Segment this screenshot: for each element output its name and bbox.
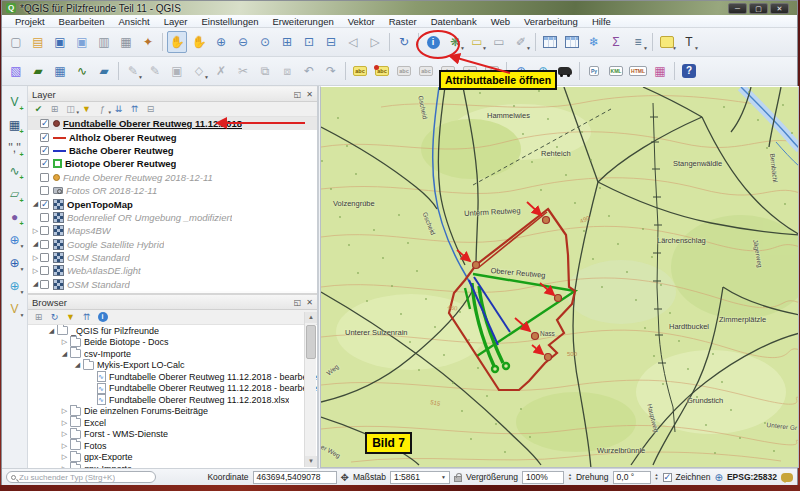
add-raster-button[interactable]: ▦+: [5, 114, 25, 136]
scale-combobox[interactable]: 1:5861▼: [390, 471, 450, 484]
crs-globe-icon[interactable]: ⊕: [715, 472, 723, 483]
project-new-button[interactable]: ▢: [6, 31, 26, 53]
layer-checkbox[interactable]: [40, 240, 49, 249]
new-shapefile-layer-button[interactable]: ∿: [72, 60, 92, 82]
layer-row[interactable]: ◢Google Satellite Hybrid: [28, 238, 317, 251]
browser-scrollbar[interactable]: ▲ ▼: [304, 312, 316, 467]
layers-panel-header[interactable]: Layer ◱ ✕: [28, 87, 317, 102]
current-edits-button[interactable]: ✎▼: [123, 60, 143, 82]
float-panel-icon[interactable]: ◱: [294, 90, 302, 99]
scale-lock-icon[interactable]: [454, 476, 462, 482]
menu-raster[interactable]: Raster: [382, 16, 424, 27]
menu-vektor[interactable]: Vektor: [341, 16, 382, 27]
project-save-button[interactable]: ▣: [50, 31, 70, 53]
add-oracle-layer-button[interactable]: ⊕▼: [5, 252, 25, 274]
browser-row[interactable]: ▷Excel: [28, 417, 317, 429]
style-manager-button[interactable]: ✦: [138, 31, 158, 53]
collapse-browser-button[interactable]: ⇈: [79, 311, 94, 324]
pan-map-button[interactable]: ✋: [167, 31, 187, 53]
layer-checkbox[interactable]: [40, 119, 49, 128]
scroll-down-icon[interactable]: ▼: [305, 456, 317, 467]
python-console-button[interactable]: Py: [584, 60, 604, 82]
expander-icon[interactable]: ◢: [31, 280, 40, 288]
filter-browser-button[interactable]: ▼: [63, 311, 78, 324]
label-tool-4-button[interactable]: abc: [416, 60, 436, 82]
layer-row[interactable]: Biotope Oberer Reutweg: [28, 157, 317, 170]
render-checkbox[interactable]: [663, 473, 672, 482]
spin-arrows-icon[interactable]: ▲▼: [655, 473, 659, 481]
new-geopackage-layer-button[interactable]: ▰: [94, 60, 114, 82]
label-tool-3-button[interactable]: abc: [394, 60, 414, 82]
save-layer-edits-button[interactable]: ▣: [167, 60, 187, 82]
add-selected-layers-button[interactable]: ⊞: [31, 311, 46, 324]
expander-icon[interactable]: ◢: [47, 327, 56, 335]
remove-layer-button[interactable]: ⊟: [143, 103, 158, 116]
menu-verarbeitung[interactable]: Verarbeitung: [517, 16, 585, 27]
locator-search-input[interactable]: Zu suchender Typ (Strg+K): [6, 471, 156, 483]
rotation-spinbox[interactable]: 0,0 °: [613, 471, 651, 484]
zoom-next-button[interactable]: ▷: [365, 31, 385, 53]
html-tools-button[interactable]: HTML: [628, 60, 648, 82]
add-spline-button[interactable]: ∿+: [5, 160, 25, 182]
map-tips-button[interactable]: ▼: [657, 31, 677, 53]
grid-tools-button[interactable]: ▦: [650, 60, 670, 82]
magnifier-spinbox[interactable]: 100%: [522, 471, 564, 484]
new-print-layout-button[interactable]: ▥: [94, 31, 114, 53]
layer-checkbox[interactable]: [40, 266, 49, 275]
layer-row[interactable]: ◢OpenTopoMap: [28, 197, 317, 210]
browser-row[interactable]: Fundtabelle Oberer Reutweg 11.12.2018 - …: [28, 383, 317, 395]
crs-status[interactable]: EPSG:25832: [727, 472, 777, 482]
attributes-list-button[interactable]: ≡▼: [628, 31, 648, 53]
measure-button[interactable]: ✐▼: [511, 31, 531, 53]
layer-checkbox[interactable]: [40, 200, 49, 209]
title-bar[interactable]: Q *QGIS für Pilzfreunde Teil 11 - QGIS ─…: [2, 1, 797, 15]
open-attribute-table-button[interactable]: [540, 31, 560, 53]
redo-button[interactable]: ↷: [321, 60, 341, 82]
layer-checkbox[interactable]: [40, 133, 49, 142]
extent-toggle-icon[interactable]: ✥: [341, 472, 349, 483]
zoom-in-button[interactable]: ⊕: [211, 31, 231, 53]
layer-checkbox[interactable]: [40, 253, 49, 262]
layer-checkbox[interactable]: [40, 213, 49, 222]
menu-bearbeiten[interactable]: Bearbeiten: [52, 16, 112, 27]
expander-icon[interactable]: ▷: [31, 254, 40, 262]
filter-expression-button[interactable]: ƒ▼: [95, 103, 110, 116]
menu-hilfe[interactable]: Hilfe: [585, 16, 618, 27]
layer-row[interactable]: ▷OSM Standard: [28, 251, 317, 264]
menu-datenbank[interactable]: Datenbank: [424, 16, 484, 27]
project-save-as-button[interactable]: ▣: [72, 31, 92, 53]
manage-themes-button[interactable]: ◫▼: [63, 103, 78, 116]
data-source-manager-button[interactable]: ▧: [6, 60, 26, 82]
expander-icon[interactable]: ◢: [31, 240, 40, 248]
copy-features-button[interactable]: ⧉: [255, 60, 275, 82]
refresh-browser-button[interactable]: ↻: [47, 311, 62, 324]
layer-checkbox[interactable]: [40, 146, 49, 155]
zoom-out-button[interactable]: ⊖: [233, 31, 253, 53]
browser-properties-button[interactable]: i: [95, 311, 110, 324]
maximize-button[interactable]: ▢: [749, 3, 768, 14]
coordinate-input[interactable]: 463694,5409078: [253, 471, 337, 484]
layer-row[interactable]: Funde Oberer Reutweg 2018-12-11: [28, 171, 317, 184]
layer-row[interactable]: Bäche Oberer Reutweg: [28, 144, 317, 157]
layer-row[interactable]: Bodenrelief OR Umgebung _modifiziert: [28, 211, 317, 224]
browser-panel-header[interactable]: Browser ◱ ✕: [28, 295, 317, 310]
browser-row[interactable]: Fundtabelle Oberer Reutweg 11.12.2018 - …: [28, 371, 317, 383]
close-button[interactable]: ✕: [770, 3, 789, 14]
scroll-up-icon[interactable]: ▲: [305, 312, 317, 323]
expander-icon[interactable]: ▷: [60, 442, 69, 450]
layer-checkbox[interactable]: [40, 159, 49, 168]
minimize-button[interactable]: ─: [728, 3, 747, 14]
browser-row[interactable]: ▷Fotos: [28, 440, 317, 452]
layout-manager-button[interactable]: ▦: [116, 31, 136, 53]
open-styling-panel-button[interactable]: ✔: [31, 103, 46, 116]
toggle-editing-button[interactable]: ✎: [145, 60, 165, 82]
filter-legend-button[interactable]: ▼: [79, 103, 94, 116]
browser-row[interactable]: ◢_QGIS für Pilzfreunde: [28, 325, 317, 337]
expander-icon[interactable]: ◢: [60, 350, 69, 358]
zoom-to-layer-button[interactable]: ⊡: [299, 31, 319, 53]
select-features-button[interactable]: ▭▼: [467, 31, 487, 53]
layer-labeling-button[interactable]: abc: [350, 60, 370, 82]
menu-web[interactable]: Web: [484, 16, 517, 27]
show-statistics-button[interactable]: Σ: [606, 31, 626, 53]
vertex-tool-button[interactable]: ⬦▼: [189, 60, 209, 82]
